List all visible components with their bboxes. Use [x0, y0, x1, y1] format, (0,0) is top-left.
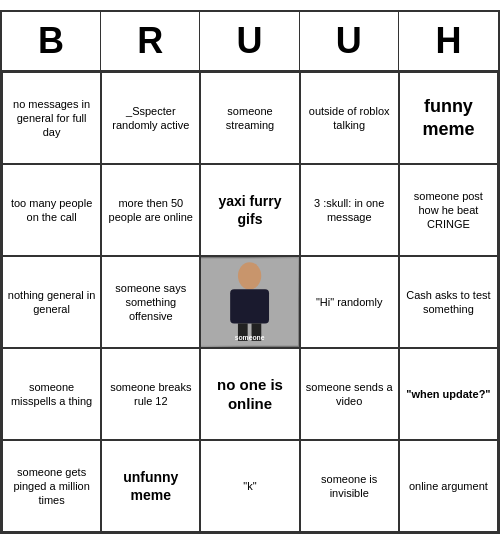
bingo-cell-4: funny meme [399, 72, 498, 164]
bingo-card: BRUUH no messages in general for full da… [0, 10, 500, 534]
bingo-cell-7: yaxi furry gifs [200, 164, 299, 256]
cell-text-8: 3 :skull: in one message [305, 196, 394, 225]
bingo-cell-20: someone gets pinged a million times [2, 440, 101, 532]
cell-text-7: yaxi furry gifs [205, 192, 294, 228]
bingo-cell-18: someone sends a video [300, 348, 399, 440]
header-letter-u: U [200, 12, 299, 70]
bingo-cell-10: nothing general in general [2, 256, 101, 348]
cell-text-24: online argument [409, 479, 488, 493]
cell-text-23: someone is invisible [305, 472, 394, 501]
cell-text-9: someone post how he beat CRINGE [404, 189, 493, 232]
bingo-cell-19: "when update?" [399, 348, 498, 440]
bingo-cell-11: someone says something offensive [101, 256, 200, 348]
cell-text-6: more then 50 people are online [106, 196, 195, 225]
cell-text-20: someone gets pinged a million times [7, 465, 96, 508]
cell-text-21: unfunny meme [106, 468, 195, 504]
cell-text-16: someone breaks rule 12 [106, 380, 195, 409]
cell-text-22: "k" [243, 479, 256, 493]
bingo-grid: no messages in general for full day_Sspe… [2, 72, 498, 532]
bingo-cell-12: someone [200, 256, 299, 348]
cell-text-2: someone streaming [205, 104, 294, 133]
cell-text-15: someone misspells a thing [7, 380, 96, 409]
svg-point-1 [238, 262, 261, 289]
cell-text-14: Cash asks to test something [404, 288, 493, 317]
cell-text-3: outside of roblox talking [305, 104, 394, 133]
bingo-cell-24: online argument [399, 440, 498, 532]
bingo-cell-8: 3 :skull: in one message [300, 164, 399, 256]
bingo-cell-15: someone misspells a thing [2, 348, 101, 440]
bingo-cell-16: someone breaks rule 12 [101, 348, 200, 440]
cell-text-10: nothing general in general [7, 288, 96, 317]
cell-text-17: no one is online [205, 375, 294, 414]
cell-text-5: too many people on the call [7, 196, 96, 225]
header-letter-b: B [2, 12, 101, 70]
bingo-cell-17: no one is online [200, 348, 299, 440]
header-letter-h: H [399, 12, 498, 70]
cell-text-13: "Hi" randomly [316, 295, 383, 309]
cell-text-19: "when update?" [406, 387, 490, 401]
svg-rect-2 [231, 289, 270, 323]
cell-text-18: someone sends a video [305, 380, 394, 409]
cell-text-4: funny meme [404, 95, 493, 142]
bingo-cell-21: unfunny meme [101, 440, 200, 532]
bingo-cell-2: someone streaming [200, 72, 299, 164]
bingo-cell-13: "Hi" randomly [300, 256, 399, 348]
bingo-image: someone [201, 257, 298, 347]
cell-text-11: someone says something offensive [106, 281, 195, 324]
bingo-cell-22: "k" [200, 440, 299, 532]
bingo-cell-23: someone is invisible [300, 440, 399, 532]
bingo-cell-3: outside of roblox talking [300, 72, 399, 164]
bingo-cell-0: no messages in general for full day [2, 72, 101, 164]
header-letter-u: U [300, 12, 399, 70]
bingo-cell-6: more then 50 people are online [101, 164, 200, 256]
bingo-cell-14: Cash asks to test something [399, 256, 498, 348]
header-letter-r: R [101, 12, 200, 70]
cell-text-1: _Sspecter randomly active [106, 104, 195, 133]
svg-text:someone: someone [235, 334, 265, 341]
bingo-cell-9: someone post how he beat CRINGE [399, 164, 498, 256]
cell-text-0: no messages in general for full day [7, 97, 96, 140]
bingo-cell-5: too many people on the call [2, 164, 101, 256]
bingo-header: BRUUH [2, 12, 498, 72]
bingo-cell-1: _Sspecter randomly active [101, 72, 200, 164]
